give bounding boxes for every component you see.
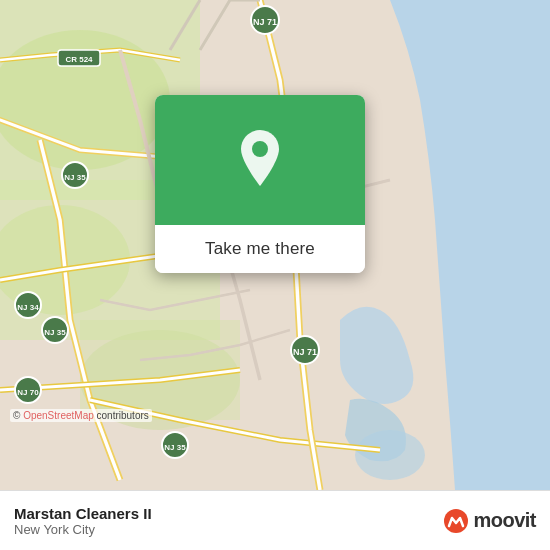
svg-point-7 xyxy=(355,430,425,480)
place-city: New York City xyxy=(14,522,152,537)
moovit-logo[interactable]: moovit xyxy=(443,508,536,534)
svg-text:NJ 70: NJ 70 xyxy=(17,388,39,397)
popup-header xyxy=(155,95,365,225)
map-container: NJ 71 NJ 71 NJ 71 NJ 35 NJ 35 NJ 35 NJ 3… xyxy=(0,0,550,490)
svg-text:NJ 35: NJ 35 xyxy=(64,173,86,182)
moovit-brand-text: moovit xyxy=(473,509,536,532)
place-name: Marstan Cleaners II xyxy=(14,505,152,522)
svg-text:NJ 35: NJ 35 xyxy=(164,443,186,452)
svg-text:CR 524: CR 524 xyxy=(65,55,93,64)
place-info: Marstan Cleaners II New York City xyxy=(14,505,152,537)
location-popup: Take me there xyxy=(155,95,365,273)
svg-text:NJ 71: NJ 71 xyxy=(253,17,277,27)
bottom-bar: Marstan Cleaners II New York City moovit xyxy=(0,490,550,550)
location-pin-icon xyxy=(233,130,287,190)
svg-point-26 xyxy=(252,141,268,157)
svg-text:NJ 71: NJ 71 xyxy=(293,347,317,357)
svg-text:NJ 35: NJ 35 xyxy=(44,328,66,337)
take-me-there-button[interactable]: Take me there xyxy=(155,225,365,273)
map-attribution: © OpenStreetMap contributors xyxy=(10,409,152,422)
moovit-icon xyxy=(443,508,469,534)
openstreetmap-link[interactable]: OpenStreetMap xyxy=(23,410,94,421)
svg-text:NJ 34: NJ 34 xyxy=(17,303,39,312)
